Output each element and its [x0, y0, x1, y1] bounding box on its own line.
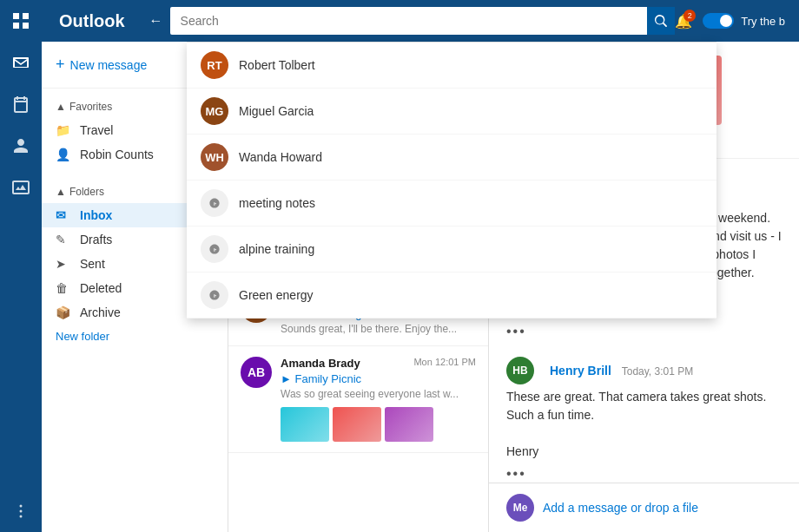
- notification-area: 🔔 2: [675, 13, 692, 30]
- svg-point-6: [20, 516, 23, 518]
- dropdown-label-2: Wanda Howard: [239, 150, 322, 164]
- archive-icon: 📦: [56, 305, 73, 319]
- preview-miguel: Sounds great, I'll be there. Enjoy the..…: [281, 323, 476, 335]
- email-body-amanda: AB Amanda Brady Mon 12:01 PM ► Family Pi…: [241, 357, 476, 442]
- svg-rect-2: [13, 23, 19, 29]
- nav-mail-icon[interactable]: [0, 42, 42, 83]
- message-bubble-henry: HB Henry Brill Today, 3:01 PM These are …: [506, 357, 782, 482]
- thumb-a2: [333, 407, 381, 442]
- svg-point-5: [20, 510, 23, 513]
- app-container: Outlook ← 🔔 2 Try the b: [0, 0, 799, 532]
- nav-more-icon[interactable]: [0, 490, 42, 532]
- svg-point-4: [20, 505, 23, 508]
- dropdown-avatar-0: RT: [201, 51, 228, 79]
- plus-icon: +: [56, 56, 65, 74]
- topbar-right: 🔔 2 Try the b: [675, 13, 799, 30]
- dropdown-item-0[interactable]: RT Robert Tolbert: [187, 43, 716, 89]
- dropdown-item-2[interactable]: WH Wanda Howard: [187, 135, 716, 181]
- new-message-label: New message: [70, 58, 148, 72]
- compose-reply[interactable]: Me Add a message or drop a file: [489, 483, 799, 532]
- email-content-amanda: Amanda Brady Mon 12:01 PM ► Family Picni…: [281, 357, 476, 442]
- folder-icon: 📁: [56, 123, 73, 137]
- avatar-amanda: AB: [241, 357, 272, 388]
- dropdown-label-0: Robert Tolbert: [239, 58, 315, 72]
- nav-icons: [0, 0, 42, 532]
- new-folder-link[interactable]: New folder: [42, 325, 228, 348]
- robin-counts-label: Robin Counts: [80, 148, 202, 161]
- search-history-icon-0: [201, 189, 228, 217]
- svg-rect-0: [13, 13, 19, 19]
- search-dropdown: RT Robert Tolbert MG Miguel Garcia WH Wa…: [187, 42, 716, 319]
- topbar: Outlook ← 🔔 2 Try the b: [42, 0, 799, 42]
- sent-icon: ➤: [56, 257, 73, 271]
- svg-rect-3: [23, 23, 29, 29]
- subject-amanda: ► Family Picnic: [281, 372, 476, 385]
- nav-bottom: [0, 490, 42, 532]
- preview-amanda: Was so great seeing everyone last w...: [281, 388, 476, 400]
- search-history-icon-1: [201, 235, 228, 263]
- new-message-button[interactable]: + New message: [56, 52, 147, 77]
- dropdown-item-1[interactable]: MG Miguel Garcia: [187, 89, 716, 135]
- thumb-a1: [281, 407, 329, 442]
- trash-icon: 🗑: [56, 281, 73, 295]
- person-icon: 👤: [56, 148, 73, 161]
- nav-people-icon[interactable]: [0, 125, 42, 167]
- dropdown-item-5[interactable]: Green energy: [187, 273, 716, 319]
- try-toggle[interactable]: [703, 13, 734, 29]
- notification-badge: 2: [683, 10, 696, 22]
- reply-placeholder: Add a message or drop a file: [543, 501, 698, 515]
- search-container: [170, 7, 676, 35]
- message-author-henry: HB Henry Brill Today, 3:01 PM: [506, 357, 782, 384]
- email-item-amanda[interactable]: AB Amanda Brady Mon 12:01 PM ► Family Pi…: [228, 346, 488, 453]
- dropdown-label-3: meeting notes: [239, 196, 315, 210]
- thumb-a3: [385, 407, 433, 442]
- author-time-henry: Today, 3:01 PM: [622, 365, 694, 378]
- dropdown-avatar-2: WH: [201, 143, 228, 171]
- more-button-henry[interactable]: •••: [506, 466, 782, 482]
- try-banner: Try the b: [703, 13, 785, 29]
- email-header-amanda: Amanda Brady Mon 12:01 PM: [281, 357, 476, 370]
- dropdown-label-4: alpine training: [239, 242, 314, 256]
- time-amanda: Mon 12:01 PM: [413, 357, 476, 367]
- avatar-henry-detail: HB: [506, 357, 534, 384]
- back-button[interactable]: ←: [142, 13, 170, 29]
- author-info: Henry Brill Today, 3:01 PM: [550, 364, 693, 378]
- sender-amanda: Amanda Brady: [281, 357, 360, 370]
- dropdown-avatar-1: MG: [201, 97, 228, 125]
- dropdown-label-5: Green energy: [239, 288, 314, 302]
- pencil-icon: ✎: [56, 233, 73, 246]
- collapse-icon: ▲: [56, 101, 66, 113]
- search-input[interactable]: [170, 7, 676, 35]
- collapse-icon2: ▲: [56, 186, 66, 198]
- inbox-label: Inbox: [80, 208, 202, 222]
- dropdown-item-3[interactable]: meeting notes: [187, 181, 716, 227]
- nav-calendar-icon[interactable]: [0, 83, 42, 125]
- app-grid-button[interactable]: [0, 0, 42, 42]
- nav-photos-icon[interactable]: [0, 167, 42, 208]
- author-name-henry: Henry Brill: [550, 364, 611, 378]
- reply-avatar: Me: [506, 494, 534, 522]
- dropdown-label-1: Miguel Garcia: [239, 104, 314, 118]
- thumbnails-amanda: [281, 407, 476, 442]
- try-label: Try the b: [741, 15, 785, 28]
- inbox-icon: ✉: [56, 208, 73, 222]
- search-history-icon-2: [201, 281, 228, 309]
- message-text-henry: These are great. That camera takes great…: [506, 388, 782, 461]
- more-button-cecil[interactable]: •••: [506, 324, 782, 339]
- app-title: Outlook: [42, 11, 142, 31]
- dropdown-item-4[interactable]: alpine training: [187, 227, 716, 273]
- search-button[interactable]: [647, 7, 675, 35]
- svg-rect-1: [23, 13, 29, 19]
